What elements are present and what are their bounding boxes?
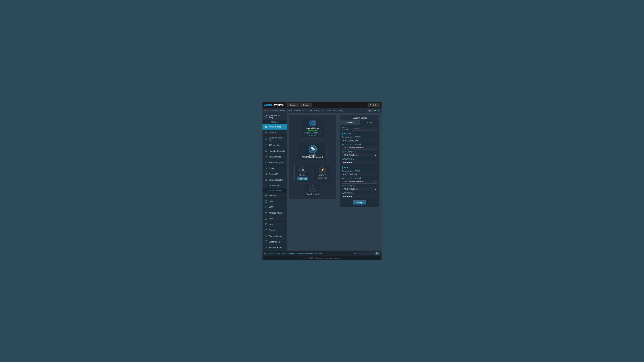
sidebar-item-amazon-alexa[interactable]: Amazon Alexa bbox=[262, 210, 287, 216]
op-mode-label: Operation Mode: bbox=[264, 109, 278, 111]
aimesh-node: ⌂ AiMesh Node: 0 bbox=[304, 184, 321, 197]
content-area: Quick Internet Setup General Network Map bbox=[262, 113, 382, 251]
sidebar-label-network-map: Network Map bbox=[269, 126, 281, 128]
sidebar-item-usb-app[interactable]: USB Application bbox=[262, 177, 287, 183]
sidebar-item-game[interactable]: Game bbox=[262, 166, 287, 171]
sidebar-item-wan[interactable]: WAN bbox=[262, 204, 287, 210]
top-bar-right: English ▼ bbox=[368, 103, 380, 107]
system-log-icon bbox=[264, 240, 268, 243]
psk-24-input[interactable] bbox=[342, 161, 377, 164]
svg-point-20 bbox=[266, 235, 266, 237]
usb-node: ⚡ USB 3.0 No Device bbox=[314, 165, 331, 182]
sidebar-label-game: Game bbox=[269, 167, 274, 169]
svg-point-2 bbox=[265, 132, 266, 133]
logout-button[interactable]: Logout bbox=[288, 103, 300, 107]
sidebar-label-lan: LAN bbox=[269, 200, 273, 202]
parental-icon bbox=[264, 149, 268, 153]
sidebar-general-section: General bbox=[262, 120, 287, 124]
auth-5-field: Authentication Method WPA2/WPA3-Personal… bbox=[342, 177, 377, 184]
internet-node: 🌐 Internet status: Connected WAN IP: 192… bbox=[301, 118, 324, 138]
sidebar-item-adaptive-qos[interactable]: Adaptive QoS bbox=[262, 154, 287, 160]
administration-icon bbox=[264, 234, 268, 238]
auth-5-select[interactable]: WPA2/WPA3-Personal1 bbox=[342, 180, 377, 184]
sidebar-item-quick-setup[interactable]: Quick Internet Setup bbox=[262, 113, 287, 120]
sidebar-item-aiprotection[interactable]: AiProtection bbox=[262, 142, 287, 148]
sidebar-item-administration[interactable]: Administration bbox=[262, 233, 287, 239]
system-status-title: System Status bbox=[340, 115, 379, 120]
apply-button[interactable]: Apply bbox=[353, 200, 366, 205]
sidebar-label-nettools: Network Tools bbox=[269, 246, 282, 249]
sidebar-item-system-log[interactable]: System Log bbox=[262, 239, 287, 245]
top-bar-buttons: Logout Reboot bbox=[288, 103, 312, 107]
tab-wireless[interactable]: Wireless bbox=[340, 120, 360, 124]
logo-area: ASUS RT-BE88U bbox=[264, 104, 285, 107]
usb-node-icon: ⚡ bbox=[319, 166, 326, 173]
sidebar-label-alexa: Amazon Alexa bbox=[269, 212, 282, 214]
sidebar-item-network-tools[interactable]: Network Tools bbox=[262, 245, 287, 251]
aiprotection-icon bbox=[264, 144, 268, 147]
amazon-alexa-icon bbox=[264, 211, 268, 215]
view-list-button[interactable]: View List bbox=[297, 177, 308, 180]
wireless-adv-icon bbox=[264, 194, 268, 197]
svg-point-9 bbox=[266, 168, 267, 169]
sidebar-item-lan[interactable]: LAN bbox=[262, 199, 287, 204]
svg-point-16 bbox=[266, 212, 266, 213]
aimesh-label: AiMesh Node: 0 bbox=[306, 193, 319, 195]
sidebar-label-traffic: Traffic Analyzer bbox=[269, 161, 283, 164]
band-5ghz-section: 5 GHz Network Name (SSID) Authentication… bbox=[342, 166, 377, 198]
psk-24-field: WPA-PSK key bbox=[342, 158, 377, 164]
tab-status[interactable]: Status bbox=[360, 120, 379, 124]
psk-24-label: WPA-PSK key bbox=[342, 158, 377, 160]
sidebar-label-qos: Adaptive QoS bbox=[269, 156, 282, 158]
svg-text:IPv6: IPv6 bbox=[265, 218, 267, 219]
sidebar-item-open-nat[interactable]: Open NAT bbox=[262, 171, 287, 177]
sidebar-item-aicloud[interactable]: AiCloud 2.0 bbox=[262, 183, 287, 189]
sidebar-item-traffic[interactable]: Traffic Analyzer bbox=[262, 160, 287, 166]
main-panel: 🌐 Internet status: Connected WAN IP: 192… bbox=[287, 113, 382, 251]
enc-5-select[interactable]: AES+GCMP256 bbox=[342, 187, 377, 191]
firewall-icon bbox=[264, 229, 268, 232]
psk-5-label: WPA-PSK key bbox=[342, 192, 377, 194]
ddns-link[interactable]: GO bbox=[314, 135, 317, 136]
asus-support-link[interactable]: ASUS Support bbox=[282, 252, 294, 254]
feedback-link[interactable]: Feedback bbox=[315, 252, 324, 254]
sidebar-label-syslog: System Log bbox=[269, 241, 280, 243]
sidebar-item-ipv6[interactable]: IPv6 IPv6 bbox=[262, 216, 287, 222]
psk-5-input[interactable] bbox=[342, 195, 377, 198]
reboot-button[interactable]: Reboot bbox=[300, 103, 312, 107]
search-input[interactable] bbox=[358, 252, 375, 255]
smart-connect-select[interactable]: Close bbox=[352, 127, 377, 131]
language-selector[interactable]: English ▼ bbox=[368, 103, 380, 107]
auth-24-select[interactable]: WPA2/WPA3-Personal1 bbox=[342, 146, 377, 150]
ssid-5-input[interactable] bbox=[342, 173, 377, 176]
network-diagram: 🌐 Internet status: Connected WAN IP: 192… bbox=[289, 115, 336, 199]
sidebar-item-parental[interactable]: Parental Controls bbox=[262, 148, 287, 154]
asus-logo: ASUS bbox=[264, 104, 272, 107]
sidebar-item-network-map[interactable]: Network Map bbox=[262, 124, 287, 130]
sidebar-label-aimesh: AiMesh bbox=[269, 131, 276, 134]
smart-connect-label: Smart Connect bbox=[342, 127, 351, 131]
top-bar: ASUS RT-BE88U Logout Reboot English ▼ bbox=[262, 102, 382, 108]
enc-24-select[interactable]: AES+GCMP256 bbox=[342, 153, 377, 157]
sidebar-label-wan: WAN bbox=[269, 206, 274, 208]
firmware-label: Firmware Version: bbox=[294, 109, 309, 111]
sidebar-label-firewall: Firewall bbox=[269, 229, 276, 231]
auth-5-wrap: WPA2/WPA3-Personal1 bbox=[342, 180, 377, 184]
sidebar-item-aimesh[interactable]: AiMesh bbox=[262, 130, 287, 135]
search-button[interactable]: 🔍 bbox=[375, 252, 380, 255]
help-support-link[interactable]: Help & Support bbox=[268, 252, 280, 254]
enc-24-label: WPA Encryption bbox=[342, 151, 377, 153]
sidebar-item-wireless[interactable]: Wireless bbox=[262, 193, 287, 199]
model-name: RT-BE88U bbox=[274, 104, 285, 107]
product-reg-link[interactable]: Product Registration bbox=[296, 252, 314, 254]
usb-icon bbox=[264, 178, 268, 182]
sidebar-item-vpn[interactable]: VPN bbox=[262, 222, 287, 227]
bottom-row: 🖥 Clients: 1 View List ⚡ USB 3.0 bbox=[292, 165, 334, 182]
ssid-24-input[interactable] bbox=[342, 139, 377, 142]
sidebar-item-firewall[interactable]: Firewall bbox=[262, 227, 287, 233]
internet-row: 🌐 Internet status: Connected WAN IP: 192… bbox=[292, 118, 334, 138]
auth-24-field: Authentication Method WPA2/WPA3-Personal… bbox=[342, 143, 377, 150]
sidebar-item-guest-network[interactable]: Guest Network Pro bbox=[262, 135, 287, 142]
sidebar-label-aicloud: AiCloud 2.0 bbox=[269, 185, 280, 187]
router-row: 📡 Security: WPA2/WPA3-Personal 🔒 bbox=[292, 143, 334, 160]
